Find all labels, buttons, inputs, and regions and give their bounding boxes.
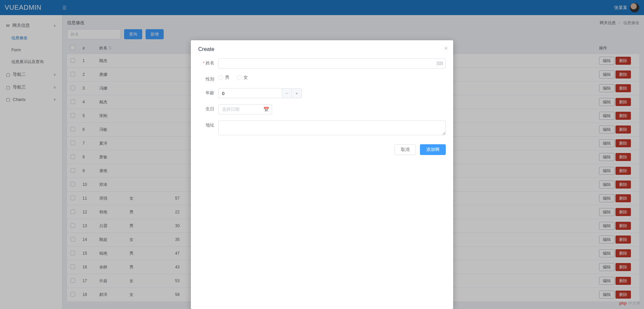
minus-icon[interactable]: − — [282, 88, 292, 98]
birth-date-picker[interactable]: 选择日期 📅 — [218, 104, 272, 114]
dialog-title: Create — [198, 46, 446, 52]
plus-icon[interactable]: + — [292, 88, 302, 98]
form-label-birth: 生日 — [198, 104, 218, 112]
address-textarea[interactable] — [218, 120, 446, 135]
age-input[interactable] — [218, 88, 282, 98]
radio-male[interactable]: 男 — [218, 74, 229, 81]
form-label-addr: 地址 — [198, 120, 218, 128]
form-label-age: 年龄 — [198, 88, 218, 96]
form-label-name: *姓名 — [198, 58, 218, 66]
modal-overlay[interactable]: Create × *姓名 ⌨ 性别 男 女 年龄 — [0, 0, 644, 309]
date-placeholder: 选择日期 — [222, 106, 239, 112]
calendar-icon: 📅 — [263, 107, 269, 112]
keyboard-icon: ⌨ — [436, 61, 443, 66]
submit-button[interactable]: 添加啊 — [420, 144, 446, 155]
cancel-button[interactable]: 取消 — [394, 144, 416, 155]
form-label-sex: 性别 — [198, 74, 218, 82]
create-dialog: Create × *姓名 ⌨ 性别 男 女 年龄 — [191, 40, 453, 309]
radio-female[interactable]: 女 — [237, 74, 248, 81]
name-input[interactable] — [218, 58, 446, 68]
close-icon[interactable]: × — [444, 45, 448, 52]
age-stepper[interactable]: − + — [218, 88, 268, 98]
